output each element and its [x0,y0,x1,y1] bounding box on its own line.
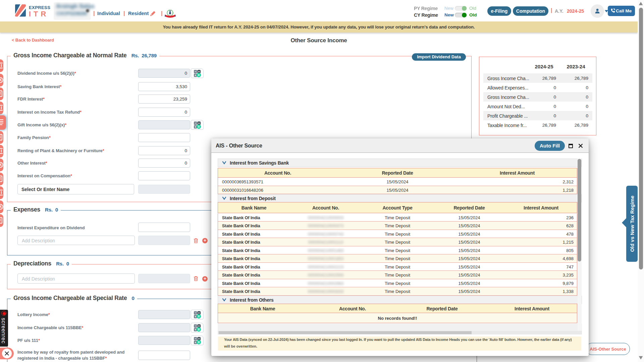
svg-text:ITR: ITR [29,10,49,18]
svg-text:EXPRESS: EXPRESS [29,5,50,10]
